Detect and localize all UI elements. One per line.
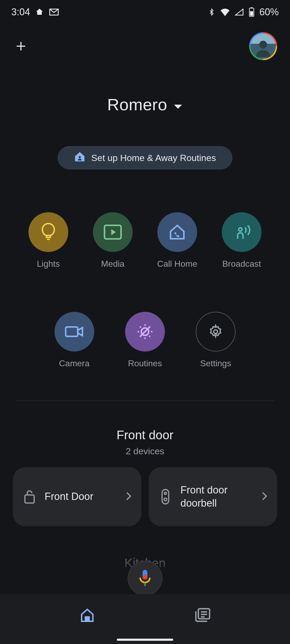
add-button[interactable] bbox=[13, 38, 29, 54]
gesture-bar[interactable] bbox=[117, 639, 173, 641]
section-divider bbox=[16, 401, 274, 401]
device-label: Front Door bbox=[45, 490, 118, 503]
bottom-nav bbox=[0, 594, 290, 644]
room-header-front-door: Front door 2 devices bbox=[0, 428, 290, 456]
device-front-door-doorbell[interactable]: Front door doorbell bbox=[149, 467, 277, 526]
gmail-icon bbox=[49, 8, 59, 16]
camera-icon bbox=[55, 312, 94, 352]
quick-actions-row-1: Lights Media Call Home Broadcast bbox=[0, 212, 290, 269]
play-icon bbox=[93, 212, 133, 252]
wifi-icon bbox=[220, 8, 230, 16]
chevron-down-icon bbox=[173, 95, 183, 114]
qa-label: Media bbox=[101, 259, 124, 269]
qa-camera[interactable]: Camera bbox=[39, 312, 110, 368]
status-bar: 3:04 60% bbox=[0, 0, 290, 24]
signal-icon bbox=[235, 8, 244, 16]
status-left: 3:04 bbox=[11, 6, 59, 18]
battery-icon bbox=[249, 7, 255, 17]
qa-label: Lights bbox=[37, 259, 60, 269]
svg-point-13 bbox=[164, 492, 166, 494]
room-name: Front door bbox=[0, 428, 290, 442]
svg-point-6 bbox=[239, 228, 242, 231]
qa-lights[interactable]: Lights bbox=[16, 212, 81, 269]
qa-settings[interactable]: Settings bbox=[180, 312, 251, 368]
bluetooth-icon bbox=[208, 8, 215, 17]
chevron-right-icon bbox=[262, 492, 267, 502]
lock-icon bbox=[23, 489, 37, 504]
svg-rect-2 bbox=[250, 11, 253, 16]
home-person-icon bbox=[74, 151, 85, 164]
bulb-icon bbox=[28, 212, 68, 252]
sun-icon bbox=[125, 312, 165, 352]
qa-routines[interactable]: Routines bbox=[110, 312, 180, 368]
setup-routines-banner[interactable]: Set up Home & Away Routines bbox=[58, 146, 232, 169]
qa-broadcast[interactable]: Broadcast bbox=[209, 212, 274, 269]
gear-icon bbox=[196, 312, 235, 352]
device-front-door-lock[interactable]: Front Door bbox=[13, 467, 141, 526]
qa-label: Camera bbox=[59, 358, 90, 368]
status-right: 60% bbox=[208, 6, 279, 18]
qa-media[interactable]: Media bbox=[81, 212, 145, 269]
svg-rect-11 bbox=[25, 495, 34, 503]
assistant-mic-button[interactable] bbox=[128, 561, 162, 596]
home-name: Romero bbox=[107, 95, 167, 114]
svg-rect-12 bbox=[162, 489, 169, 504]
svg-point-4 bbox=[79, 156, 81, 158]
svg-point-3 bbox=[259, 41, 267, 49]
nav-feed[interactable] bbox=[192, 604, 213, 626]
svg-rect-7 bbox=[66, 327, 78, 336]
qa-label: Broadcast bbox=[222, 259, 261, 269]
svg-rect-1 bbox=[251, 7, 253, 8]
device-row: Front Door Front door doorbell bbox=[0, 456, 290, 526]
svg-point-10 bbox=[214, 330, 218, 334]
svg-rect-20 bbox=[143, 575, 147, 580]
svg-point-14 bbox=[164, 498, 167, 501]
chevron-right-icon bbox=[126, 492, 132, 502]
room-subtitle: 2 devices bbox=[0, 446, 290, 456]
qa-label: Settings bbox=[200, 358, 231, 368]
qa-call-home[interactable]: Call Home bbox=[145, 212, 209, 269]
house-phone-icon bbox=[157, 212, 197, 252]
qa-label: Call Home bbox=[157, 259, 197, 269]
qa-label: Routines bbox=[128, 358, 162, 368]
battery-pct: 60% bbox=[259, 6, 279, 18]
banner-label: Set up Home & Away Routines bbox=[91, 153, 216, 163]
home-selector[interactable]: Romero bbox=[0, 95, 290, 114]
device-label: Front door doorbell bbox=[180, 484, 253, 510]
quick-actions-row-2: Camera Routines Settings bbox=[0, 312, 290, 368]
app-bar bbox=[0, 24, 290, 68]
status-time: 3:04 bbox=[11, 6, 30, 18]
home-notif-icon bbox=[35, 8, 44, 17]
account-avatar[interactable] bbox=[249, 32, 277, 60]
broadcast-icon bbox=[222, 212, 262, 252]
doorbell-icon bbox=[158, 489, 172, 504]
nav-home[interactable] bbox=[77, 604, 98, 626]
